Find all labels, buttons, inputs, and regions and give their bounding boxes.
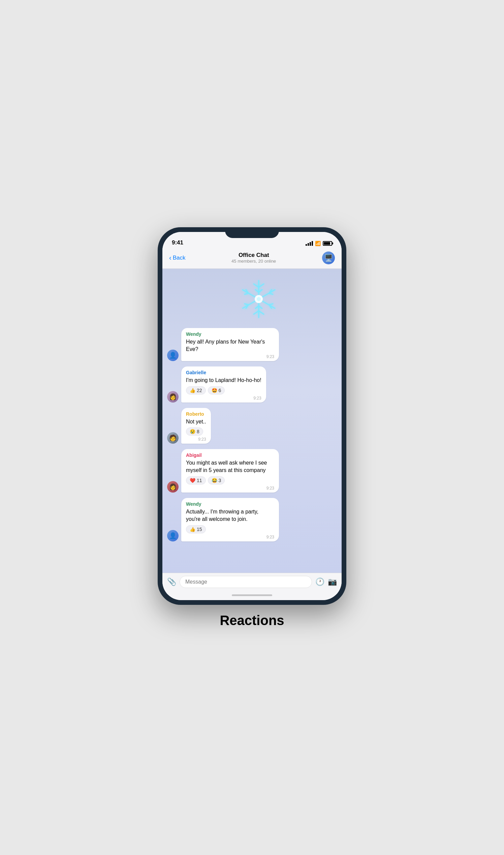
reaction-thumbsup-5[interactable]: 👍 15 <box>186 525 206 534</box>
avatar-roberto: 🧑 <box>167 432 179 444</box>
reaction-emoji-3a: 😢 <box>190 429 195 434</box>
sender-name-2: Gabrielle <box>186 370 262 375</box>
reaction-thumbsup-2[interactable]: 👍 22 <box>186 386 206 395</box>
home-bar <box>232 594 272 596</box>
sender-name-3: Roberto <box>186 411 206 417</box>
camera-icon[interactable]: 📷 <box>328 577 337 586</box>
reactions-row-4: ❤️ 11 😂 3 <box>186 476 274 485</box>
message-time-3: 9:23 <box>186 437 206 442</box>
back-button[interactable]: ‹ Back <box>169 254 185 262</box>
reaction-count-2a: 22 <box>197 388 202 393</box>
message-time-2: 9:23 <box>186 396 262 401</box>
chat-subtitle: 45 members, 20 online <box>231 259 276 264</box>
group-avatar-icon: 🖥️ <box>324 254 333 262</box>
chat-title: Office Chat <box>231 252 276 259</box>
input-bar: 📎 🕐 📷 <box>162 573 342 591</box>
message-bubble-4[interactable]: Abigail You might as well ask where I se… <box>181 449 279 492</box>
battery-fill <box>324 242 330 245</box>
reactions-row-2: 👍 22 🤩 6 <box>186 386 262 395</box>
avatar-abigail: 👩 <box>167 481 179 492</box>
snowflake-sticker <box>181 276 337 322</box>
page-label: Reactions <box>220 613 284 628</box>
reaction-emoji-4a: ❤️ <box>190 478 195 483</box>
reactions-row-5: 👍 15 <box>186 525 274 534</box>
reaction-heart-4[interactable]: ❤️ 11 <box>186 476 206 485</box>
avatar-wendy-1: 👤 <box>167 350 179 361</box>
message-bubble-3[interactable]: Roberto Not yet.. 😢 8 9:23 <box>181 408 211 444</box>
reaction-starstruck-2[interactable]: 🤩 6 <box>208 386 225 395</box>
message-input[interactable] <box>180 576 312 588</box>
phone-screen: 9:41 📶 ‹ Ba <box>162 232 342 600</box>
message-row-5: 👤 Wendy Actually... I'm throwing a party… <box>167 498 337 541</box>
svg-line-7 <box>254 284 259 287</box>
notch <box>225 227 279 238</box>
message-row-4: 👩 Abigail You might as well ask where I … <box>167 449 337 492</box>
back-label[interactable]: Back <box>173 255 186 261</box>
signal-bar-2 <box>308 243 309 246</box>
message-text-5: Actually... I'm throwing a party, you're… <box>186 508 274 523</box>
message-row-2: 👩 Gabrielle I'm going to Lapland! Ho-ho-… <box>167 366 337 402</box>
svg-point-24 <box>257 297 261 301</box>
reaction-count-4b: 3 <box>219 478 221 483</box>
reaction-emoji-5a: 👍 <box>190 527 195 532</box>
reaction-emoji-2b: 🤩 <box>212 388 217 393</box>
sender-name-5: Wendy <box>186 501 274 507</box>
message-row-1: 👤 Wendy Hey all! Any plans for New Year'… <box>167 328 337 362</box>
nav-bar: ‹ Back Office Chat 45 members, 20 online… <box>162 249 342 269</box>
signal-bar-3 <box>310 242 311 246</box>
message-time-5: 9:23 <box>186 535 274 539</box>
svg-line-20 <box>245 293 248 294</box>
reaction-emoji-2a: 👍 <box>190 388 195 393</box>
signal-bar-4 <box>312 241 313 246</box>
message-bubble-1[interactable]: Wendy Hey all! Any plans for New Year's … <box>181 328 279 362</box>
svg-line-16 <box>269 293 273 294</box>
wifi-icon: 📶 <box>315 241 321 246</box>
page-wrapper: 9:41 📶 ‹ Ba <box>126 227 378 628</box>
battery-icon <box>323 241 332 246</box>
message-bubble-2[interactable]: Gabrielle I'm going to Lapland! Ho-ho-ho… <box>181 366 266 402</box>
sender-name-4: Abigail <box>186 452 274 458</box>
home-indicator <box>162 591 342 600</box>
message-time-1: 9:23 <box>186 354 274 359</box>
reaction-count-4a: 11 <box>197 478 202 483</box>
message-time-4: 9:23 <box>186 486 274 491</box>
svg-line-12 <box>259 311 264 314</box>
avatar-wendy-2: 👤 <box>167 530 179 541</box>
snowflake-svg <box>235 276 282 322</box>
phone-shell: 9:41 📶 ‹ Ba <box>158 227 346 605</box>
attach-icon[interactable]: 📎 <box>167 577 176 586</box>
svg-line-22 <box>269 304 273 305</box>
svg-line-18 <box>245 304 248 305</box>
reaction-count-3a: 8 <box>197 429 199 434</box>
reaction-cry-3[interactable]: 😢 8 <box>186 428 203 436</box>
message-row-3: 🧑 Roberto Not yet.. 😢 8 9:23 <box>167 408 337 444</box>
signal-bars-icon <box>306 241 313 246</box>
avatar-gabrielle: 👩 <box>167 391 179 403</box>
message-bubble-5[interactable]: Wendy Actually... I'm throwing a party, … <box>181 498 279 541</box>
message-text-4: You might as well ask where I see myself… <box>186 459 274 474</box>
reaction-laugh-4[interactable]: 😂 3 <box>208 476 225 485</box>
reactions-row-3: 😢 8 <box>186 428 206 436</box>
group-avatar[interactable]: 🖥️ <box>322 251 335 264</box>
message-text-1: Hey all! Any plans for New Year's Eve? <box>186 338 274 353</box>
message-text-3: Not yet.. <box>186 418 206 425</box>
reaction-count-2b: 6 <box>219 388 221 393</box>
reaction-count-5a: 15 <box>197 527 202 532</box>
svg-line-11 <box>254 311 259 314</box>
chat-area: 👤 Wendy Hey all! Any plans for New Year'… <box>162 269 342 573</box>
status-icons: 📶 <box>306 241 332 246</box>
signal-bar-1 <box>306 244 307 246</box>
reaction-emoji-4b: 😂 <box>212 478 217 483</box>
svg-line-8 <box>259 284 264 287</box>
status-time: 9:41 <box>172 239 183 246</box>
nav-center: Office Chat 45 members, 20 online <box>231 252 276 264</box>
message-text-2: I'm going to Lapland! Ho-ho-ho! <box>186 377 262 384</box>
emoji-icon[interactable]: 🕐 <box>315 577 324 586</box>
sender-name-1: Wendy <box>186 331 274 337</box>
chevron-left-icon: ‹ <box>169 254 172 262</box>
